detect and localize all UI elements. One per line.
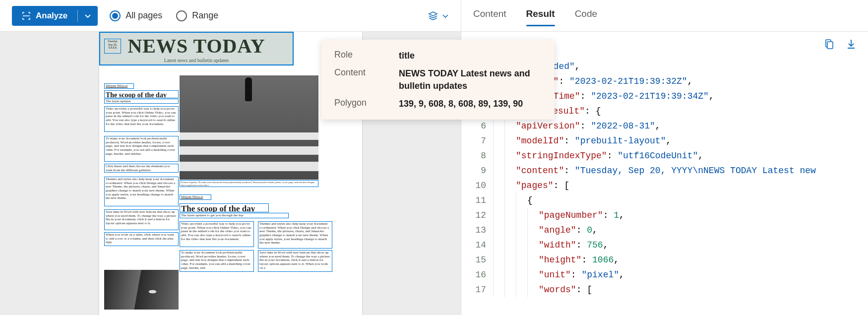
bbox-title[interactable]: NEWS TODAY Latest news and bulletin upda…: [99, 32, 294, 65]
line-number: 16: [461, 267, 493, 282]
line-number: 9: [461, 163, 493, 178]
analyze-dropdown[interactable]: [78, 6, 98, 26]
line-number: 6: [461, 119, 493, 133]
tooltip-polygon-value: 139, 9, 608, 8, 608, 89, 139, 90: [399, 98, 542, 110]
bbox-subheading[interactable]: The latest updates to get you through th…: [180, 213, 289, 218]
code-line: 9"content": "Tuesday, Sep 20, YYYY\nNEWS…: [461, 163, 868, 178]
newspaper-subtitle: Latest news and bulletin updates: [164, 58, 229, 63]
tooltip-content-value: NEWS TODAY Latest news and bulletin upda…: [399, 67, 542, 92]
code-line: 16"unit": "pixel",: [461, 267, 868, 282]
tooltip-role-value: title: [399, 50, 542, 62]
layers-icon: [428, 11, 438, 21]
download-icon[interactable]: [846, 39, 856, 50]
copy-icon[interactable]: [824, 39, 834, 50]
radio-icon: [176, 10, 187, 21]
chevron-down-icon: [442, 12, 449, 19]
bbox-paragraph[interactable]: To make your document look professionall…: [180, 250, 254, 272]
code-line: 8"stringIndexType": "utf16CodeUnit",: [461, 148, 868, 163]
tab-code[interactable]: Code: [575, 8, 597, 23]
layers-dropdown[interactable]: [428, 11, 449, 21]
tab-result[interactable]: Result: [526, 8, 555, 23]
code-line: 17"words": [: [461, 282, 868, 297]
code-line: 14"width": 756,: [461, 238, 868, 252]
code-line: 13"angle": 0,: [461, 223, 868, 238]
line-number: 13: [461, 223, 493, 238]
bbox-paragraph[interactable]: Themes and styles also help keep your do…: [104, 177, 179, 206]
svg-rect-0: [827, 42, 833, 49]
code-line: 6"apiVersion": "2022-08-31",: [461, 119, 868, 133]
bbox-paragraph[interactable]: To make your document look professionall…: [104, 136, 179, 162]
code-line: 15"height": 1066,: [461, 252, 868, 267]
radio-all-pages[interactable]: All pages: [110, 10, 162, 21]
bbox-paragraph[interactable]: Themes and styles also help keep your do…: [258, 221, 332, 249]
radio-all-pages-label: All pages: [125, 10, 162, 21]
radio-range[interactable]: Range: [176, 10, 218, 21]
tooltip-content-label: Content: [334, 67, 399, 92]
line-number: 15: [461, 252, 493, 267]
line-number: 10: [461, 178, 493, 193]
bbox-heading[interactable]: The scoop of the day: [180, 203, 269, 212]
tooltip-role-label: Role: [334, 50, 399, 62]
doc-image-road: [104, 270, 179, 310]
bbox-paragraph[interactable]: Click Insert and then choose the element…: [104, 164, 179, 173]
bbox-author[interactable]: Mirjam Nilsson: [180, 194, 211, 200]
doc-image-crosswalk: [180, 75, 318, 180]
result-tabs: Content Result Code: [461, 0, 868, 32]
line-number: 14: [461, 238, 493, 252]
code-line: 7"modelId": "prebuilt-layout",: [461, 133, 868, 148]
line-number: 11: [461, 193, 493, 208]
radio-icon: [110, 10, 121, 21]
bbox-paragraph[interactable]: Video provides a powerful way to help yo…: [180, 221, 254, 247]
bbox-date[interactable]: Tuesday Sep 20, XXXX: [104, 39, 121, 54]
line-number: 12: [461, 208, 493, 223]
tab-content[interactable]: Content: [473, 8, 506, 23]
bbox-author[interactable]: Mirjam Nilsson: [104, 83, 134, 89]
tooltip-polygon-label: Polygon: [334, 98, 399, 110]
scan-icon: [22, 11, 31, 20]
code-line: 10"pages": [: [461, 178, 868, 193]
line-number: 7: [461, 133, 493, 148]
analyze-label: Analyze: [36, 11, 67, 21]
bbox-caption[interactable]: Picture Caption: To make your document l…: [180, 180, 318, 187]
bbox-paragraph[interactable]: Video provides a powerful way to help yo…: [104, 106, 179, 132]
line-number: 8: [461, 148, 493, 163]
line-number: 17: [461, 282, 493, 297]
page-range-group: All pages Range: [110, 10, 218, 21]
bbox-heading[interactable]: The scoop of the day: [104, 90, 179, 98]
code-line: 11{: [461, 193, 868, 208]
analyze-button[interactable]: Analyze: [12, 6, 98, 26]
newspaper-title: NEWS TODAY: [127, 34, 265, 58]
code-line: 12"pageNumber": 1,: [461, 208, 868, 223]
bbox-paragraph[interactable]: Save time in Word with new buttons that …: [104, 209, 179, 230]
bbox-paragraph[interactable]: When you work on a table, click where yo…: [104, 232, 179, 246]
analyze-button-main[interactable]: Analyze: [12, 6, 77, 26]
toolbar: Analyze All pages Range: [0, 0, 461, 32]
radio-range-label: Range: [192, 10, 218, 21]
bbox-paragraph[interactable]: Save time in Word with new buttons that …: [258, 250, 332, 272]
element-tooltip: Role title Content NEWS TODAY Latest new…: [321, 40, 555, 120]
result-actions: [824, 39, 856, 50]
bbox-subheading[interactable]: The latest updates: [104, 99, 179, 104]
